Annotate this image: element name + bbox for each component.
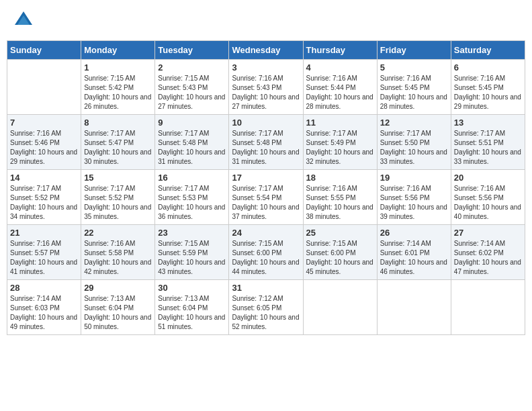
calendar-cell: 17Sunrise: 7:17 AM Sunset: 5:54 PM Dayli…: [229, 170, 303, 225]
day-number: 7: [10, 118, 78, 128]
day-number: 21: [10, 228, 78, 238]
day-number: 25: [306, 228, 374, 238]
day-info: Sunrise: 7:15 AM Sunset: 5:43 PM Dayligh…: [158, 74, 226, 111]
day-number: 23: [158, 228, 226, 238]
calendar-cell: 20Sunrise: 7:16 AM Sunset: 5:56 PM Dayli…: [451, 170, 525, 225]
day-number: 14: [10, 173, 78, 183]
day-info: Sunrise: 7:17 AM Sunset: 5:53 PM Dayligh…: [158, 184, 226, 222]
calendar-cell: [303, 280, 377, 335]
day-number: 15: [84, 173, 152, 183]
day-info: Sunrise: 7:17 AM Sunset: 5:48 PM Dayligh…: [232, 129, 300, 167]
day-number: 20: [454, 173, 522, 183]
day-info: Sunrise: 7:17 AM Sunset: 5:52 PM Dayligh…: [10, 184, 78, 222]
calendar-cell: 24Sunrise: 7:15 AM Sunset: 6:00 PM Dayli…: [229, 225, 303, 280]
calendar-cell: 2Sunrise: 7:15 AM Sunset: 5:43 PM Daylig…: [155, 60, 229, 115]
calendar-cell: 3Sunrise: 7:16 AM Sunset: 5:43 PM Daylig…: [229, 60, 303, 115]
day-info: Sunrise: 7:17 AM Sunset: 5:49 PM Dayligh…: [306, 129, 374, 167]
day-number: 4: [306, 62, 374, 73]
day-info: Sunrise: 7:17 AM Sunset: 5:50 PM Dayligh…: [380, 129, 448, 167]
day-info: Sunrise: 7:16 AM Sunset: 5:55 PM Dayligh…: [306, 184, 374, 222]
calendar-cell: 30Sunrise: 7:13 AM Sunset: 6:04 PM Dayli…: [155, 280, 229, 335]
calendar-cell: 11Sunrise: 7:17 AM Sunset: 5:49 PM Dayli…: [303, 115, 377, 170]
day-header-friday: Friday: [377, 41, 451, 60]
calendar-cell: [377, 280, 451, 335]
day-info: Sunrise: 7:16 AM Sunset: 5:45 PM Dayligh…: [454, 74, 522, 111]
calendar-cell: 22Sunrise: 7:16 AM Sunset: 5:58 PM Dayli…: [81, 225, 155, 280]
calendar-cell: 19Sunrise: 7:16 AM Sunset: 5:56 PM Dayli…: [377, 170, 451, 225]
day-number: 6: [454, 62, 522, 73]
day-info: Sunrise: 7:16 AM Sunset: 5:45 PM Dayligh…: [380, 74, 448, 111]
day-number: 3: [232, 62, 300, 73]
calendar-cell: 16Sunrise: 7:17 AM Sunset: 5:53 PM Dayli…: [155, 170, 229, 225]
calendar-cell: 12Sunrise: 7:17 AM Sunset: 5:50 PM Dayli…: [377, 115, 451, 170]
logo: [13, 10, 36, 30]
day-info: Sunrise: 7:17 AM Sunset: 5:54 PM Dayligh…: [232, 184, 300, 222]
day-header-sunday: Sunday: [7, 41, 81, 60]
calendar-cell: 5Sunrise: 7:16 AM Sunset: 5:45 PM Daylig…: [377, 60, 451, 115]
calendar-cell: 29Sunrise: 7:13 AM Sunset: 6:04 PM Dayli…: [81, 280, 155, 335]
day-number: 29: [84, 283, 152, 293]
day-info: Sunrise: 7:16 AM Sunset: 5:57 PM Dayligh…: [10, 239, 78, 277]
day-info: Sunrise: 7:16 AM Sunset: 5:56 PM Dayligh…: [380, 184, 448, 222]
calendar-cell: 9Sunrise: 7:17 AM Sunset: 5:48 PM Daylig…: [155, 115, 229, 170]
day-info: Sunrise: 7:16 AM Sunset: 5:58 PM Dayligh…: [84, 239, 152, 277]
calendar-header-row: SundayMondayTuesdayWednesdayThursdayFrid…: [7, 41, 525, 60]
day-header-wednesday: Wednesday: [229, 41, 303, 60]
calendar-cell: 1Sunrise: 7:15 AM Sunset: 5:42 PM Daylig…: [81, 60, 155, 115]
day-info: Sunrise: 7:14 AM Sunset: 6:01 PM Dayligh…: [380, 239, 448, 277]
day-number: 19: [380, 173, 448, 183]
calendar-cell: 10Sunrise: 7:17 AM Sunset: 5:48 PM Dayli…: [229, 115, 303, 170]
day-info: Sunrise: 7:15 AM Sunset: 6:00 PM Dayligh…: [306, 239, 374, 277]
calendar-cell: 15Sunrise: 7:17 AM Sunset: 5:52 PM Dayli…: [81, 170, 155, 225]
day-header-thursday: Thursday: [303, 41, 377, 60]
day-number: 13: [454, 118, 522, 128]
calendar-cell: 21Sunrise: 7:16 AM Sunset: 5:57 PM Dayli…: [7, 225, 81, 280]
day-number: 11: [306, 118, 374, 128]
page-header: [7, 7, 525, 34]
calendar-table: SundayMondayTuesdayWednesdayThursdayFrid…: [7, 40, 525, 335]
day-info: Sunrise: 7:13 AM Sunset: 6:04 PM Dayligh…: [158, 294, 226, 332]
day-header-saturday: Saturday: [451, 41, 525, 60]
week-row-1: 1Sunrise: 7:15 AM Sunset: 5:42 PM Daylig…: [7, 60, 525, 115]
week-row-3: 14Sunrise: 7:17 AM Sunset: 5:52 PM Dayli…: [7, 170, 525, 225]
day-info: Sunrise: 7:13 AM Sunset: 6:04 PM Dayligh…: [84, 294, 152, 332]
week-row-2: 7Sunrise: 7:16 AM Sunset: 5:46 PM Daylig…: [7, 115, 525, 170]
day-info: Sunrise: 7:17 AM Sunset: 5:48 PM Dayligh…: [158, 129, 226, 167]
calendar-cell: 27Sunrise: 7:14 AM Sunset: 6:02 PM Dayli…: [451, 225, 525, 280]
calendar-cell: [7, 60, 81, 115]
day-number: 10: [232, 118, 300, 128]
calendar-cell: 7Sunrise: 7:16 AM Sunset: 5:46 PM Daylig…: [7, 115, 81, 170]
day-number: 24: [232, 228, 300, 238]
day-info: Sunrise: 7:16 AM Sunset: 5:46 PM Dayligh…: [10, 129, 78, 167]
logo-icon: [13, 10, 34, 30]
day-number: 27: [454, 228, 522, 238]
day-info: Sunrise: 7:16 AM Sunset: 5:56 PM Dayligh…: [454, 184, 522, 222]
day-info: Sunrise: 7:17 AM Sunset: 5:47 PM Dayligh…: [84, 129, 152, 167]
day-number: 9: [158, 118, 226, 128]
day-number: 12: [380, 118, 448, 128]
calendar-cell: 6Sunrise: 7:16 AM Sunset: 5:45 PM Daylig…: [451, 60, 525, 115]
day-info: Sunrise: 7:14 AM Sunset: 6:03 PM Dayligh…: [10, 294, 78, 332]
day-number: 31: [232, 283, 300, 293]
day-number: 28: [10, 283, 78, 293]
calendar-cell: [451, 280, 525, 335]
calendar-cell: 26Sunrise: 7:14 AM Sunset: 6:01 PM Dayli…: [377, 225, 451, 280]
day-info: Sunrise: 7:15 AM Sunset: 5:42 PM Dayligh…: [84, 74, 152, 111]
day-number: 18: [306, 173, 374, 183]
day-info: Sunrise: 7:16 AM Sunset: 5:43 PM Dayligh…: [232, 74, 300, 111]
day-header-monday: Monday: [81, 41, 155, 60]
calendar-cell: 4Sunrise: 7:16 AM Sunset: 5:44 PM Daylig…: [303, 60, 377, 115]
day-info: Sunrise: 7:15 AM Sunset: 6:00 PM Dayligh…: [232, 239, 300, 277]
day-info: Sunrise: 7:14 AM Sunset: 6:02 PM Dayligh…: [454, 239, 522, 277]
calendar-cell: 13Sunrise: 7:17 AM Sunset: 5:51 PM Dayli…: [451, 115, 525, 170]
day-info: Sunrise: 7:17 AM Sunset: 5:52 PM Dayligh…: [84, 184, 152, 222]
day-number: 1: [84, 62, 152, 73]
calendar-cell: 18Sunrise: 7:16 AM Sunset: 5:55 PM Dayli…: [303, 170, 377, 225]
calendar-cell: 31Sunrise: 7:12 AM Sunset: 6:05 PM Dayli…: [229, 280, 303, 335]
day-number: 26: [380, 228, 448, 238]
day-number: 2: [158, 62, 226, 73]
day-info: Sunrise: 7:17 AM Sunset: 5:51 PM Dayligh…: [454, 129, 522, 167]
calendar-cell: 28Sunrise: 7:14 AM Sunset: 6:03 PM Dayli…: [7, 280, 81, 335]
calendar-cell: 25Sunrise: 7:15 AM Sunset: 6:00 PM Dayli…: [303, 225, 377, 280]
day-number: 30: [158, 283, 226, 293]
